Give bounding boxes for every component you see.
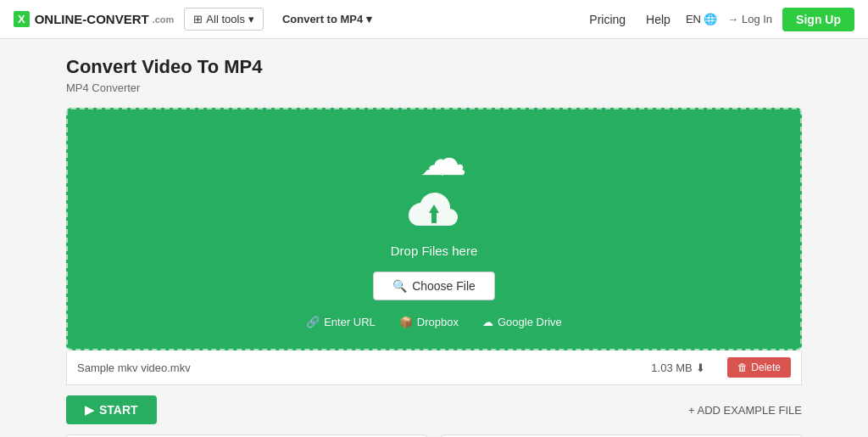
chevron-right-icon: ▶	[85, 403, 94, 417]
lang-label: EN	[686, 13, 701, 25]
google-drive-link[interactable]: ☁ Google Drive	[482, 316, 562, 328]
logo-icon: X	[14, 11, 30, 27]
file-size-value: 1.03 MB	[651, 361, 692, 374]
google-drive-icon: ☁	[482, 316, 493, 328]
logo[interactable]: X ONLINE-CONVERT.com	[14, 11, 174, 27]
file-row: Sample mkv video.mkv 1.03 MB ⬇ 🗑 Delete	[66, 350, 802, 385]
enter-url-link[interactable]: 🔗 Enter URL	[306, 316, 376, 328]
all-tools-button[interactable]: ⊞ All tools ▾	[184, 8, 264, 31]
convert-to-mp4-button[interactable]: Convert to MP4 ▾	[274, 8, 381, 30]
choose-file-button[interactable]: 🔍 Choose File	[373, 272, 495, 300]
language-selector[interactable]: EN 🌐	[686, 13, 717, 25]
delete-button[interactable]: 🗑 Delete	[727, 357, 791, 378]
chevron-down-icon-2: ▾	[366, 13, 372, 25]
page-subtitle: MP4 Converter	[66, 81, 802, 94]
start-label: START	[99, 403, 138, 417]
logo-com: .com	[153, 14, 175, 25]
start-button[interactable]: ▶ START	[66, 395, 157, 424]
globe-icon: 🌐	[704, 13, 717, 25]
dropzone-links: 🔗 Enter URL 📦 Dropbox ☁ Google Drive	[85, 316, 783, 328]
login-label: Log In	[742, 13, 772, 25]
help-link[interactable]: Help	[641, 13, 676, 26]
google-drive-label: Google Drive	[498, 316, 562, 328]
chevron-down-icon: ▾	[248, 13, 254, 25]
add-example-label: + ADD EXAMPLE FILE	[688, 404, 802, 417]
login-arrow-icon: →	[727, 13, 738, 25]
login-link[interactable]: → Log In	[727, 13, 772, 25]
navbar: X ONLINE-CONVERT.com ⊞ All tools ▾ Conve…	[0, 0, 868, 39]
download-icon: ⬇	[696, 361, 705, 374]
all-tools-label: All tools	[206, 13, 245, 25]
trash-icon: 🗑	[737, 361, 748, 373]
main-content: Convert Video To MP4 MP4 Converter ☁↑ Dr…	[53, 39, 815, 437]
dropzone[interactable]: ☁↑ Drop Files here 🔍 Choose File 🔗 Enter…	[66, 108, 802, 350]
pricing-link[interactable]: Pricing	[584, 13, 631, 26]
choose-file-label: Choose File	[412, 279, 476, 293]
page-title: Convert Video To MP4	[66, 56, 802, 78]
file-name: Sample mkv video.mkv	[77, 361, 643, 374]
drop-text: Drop Files here	[85, 244, 783, 258]
dropbox-link[interactable]: 📦 Dropbox	[399, 316, 459, 328]
link-icon: 🔗	[306, 316, 320, 328]
add-example-link[interactable]: + ADD EXAMPLE FILE	[688, 404, 802, 417]
delete-label: Delete	[751, 361, 781, 373]
file-size: 1.03 MB ⬇	[651, 361, 719, 374]
dropbox-label: Dropbox	[417, 316, 459, 328]
signup-button[interactable]: Sign Up	[782, 8, 854, 31]
search-icon: 🔍	[392, 279, 407, 293]
action-row: ▶ START + ADD EXAMPLE FILE	[66, 395, 802, 424]
convert-to-mp4-label: Convert to MP4	[282, 13, 363, 25]
upload-cloud-icon: ☁↑	[85, 135, 783, 182]
dropbox-icon: 📦	[399, 316, 413, 328]
enter-url-label: Enter URL	[324, 316, 376, 328]
logo-text: ONLINE-CONVERT	[35, 12, 149, 26]
cloud-upload-svg	[404, 188, 464, 234]
grid-icon: ⊞	[193, 13, 203, 25]
